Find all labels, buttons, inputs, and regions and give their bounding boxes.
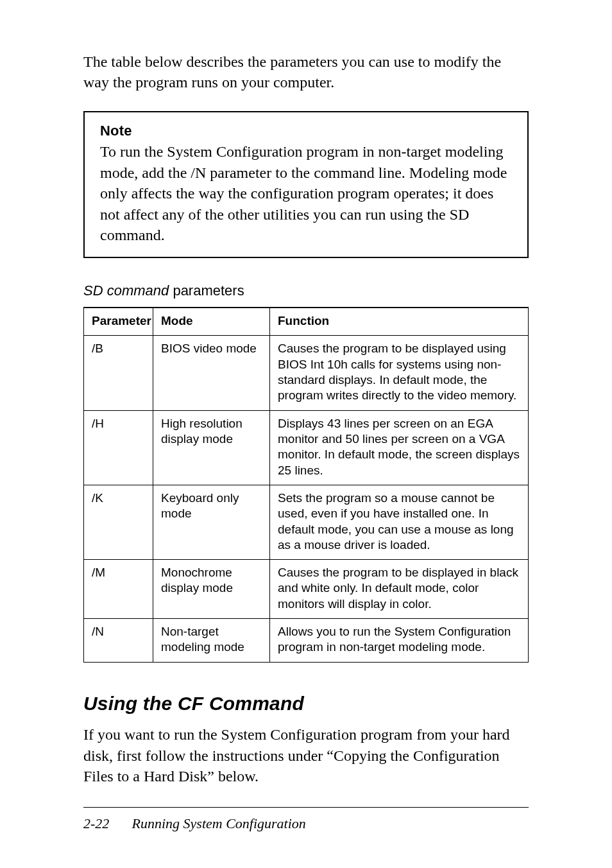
cell-mode: Monochrome display mode: [153, 560, 270, 619]
cell-param: /M: [84, 560, 153, 619]
cell-param: /B: [84, 336, 153, 410]
cell-func: Sets the program so a mouse cannot be us…: [270, 485, 529, 559]
caption-rest: parameters: [169, 282, 244, 299]
cell-func: Displays 43 lines per screen on an EGA m…: [270, 410, 529, 485]
col-header-parameter: Parameter: [84, 308, 153, 336]
cell-param: /H: [84, 410, 153, 485]
note-body: To run the System Configuration program …: [100, 141, 512, 245]
table-header-row: Parameter Mode Function: [84, 308, 529, 336]
page: The table below describes the parameters…: [0, 0, 612, 868]
caption-italic: SD command: [83, 282, 169, 299]
cell-mode: Non-target modeling mode: [153, 619, 270, 663]
note-box: Note To run the System Configuration pro…: [83, 111, 529, 259]
parameters-table: Parameter Mode Function /B BIOS video mo…: [83, 307, 529, 663]
table-row: /N Non-target modeling mode Allows you t…: [84, 619, 529, 663]
page-footer: 2-22 Running System Configuration: [83, 807, 529, 833]
table-row: /K Keyboard only mode Sets the program s…: [84, 485, 529, 559]
page-number: 2-22: [83, 814, 128, 833]
cell-mode: High resolution display mode: [153, 410, 270, 485]
cell-param: /K: [84, 485, 153, 559]
intro-paragraph: The table below describes the parameters…: [83, 51, 529, 93]
col-header-function: Function: [270, 308, 529, 336]
cell-func: Causes the program to be displayed using…: [270, 336, 529, 410]
cell-func: Allows you to run the System Configurati…: [270, 619, 529, 663]
table-row: /M Monochrome display mode Causes the pr…: [84, 560, 529, 619]
section-heading: Using the CF Command: [83, 691, 529, 717]
cell-mode: BIOS video mode: [153, 336, 270, 410]
col-header-mode: Mode: [153, 308, 270, 336]
table-caption: SD command parameters: [83, 281, 529, 300]
section-body: If you want to run the System Configurat…: [83, 724, 529, 786]
footer-title: Running System Configuration: [132, 815, 306, 831]
table-row: /B BIOS video mode Causes the program to…: [84, 336, 529, 410]
cell-mode: Keyboard only mode: [153, 485, 270, 559]
note-title: Note: [100, 121, 512, 141]
table-row: /H High resolution display mode Displays…: [84, 410, 529, 485]
cell-param: /N: [84, 619, 153, 663]
cell-func: Causes the program to be displayed in bl…: [270, 560, 529, 619]
